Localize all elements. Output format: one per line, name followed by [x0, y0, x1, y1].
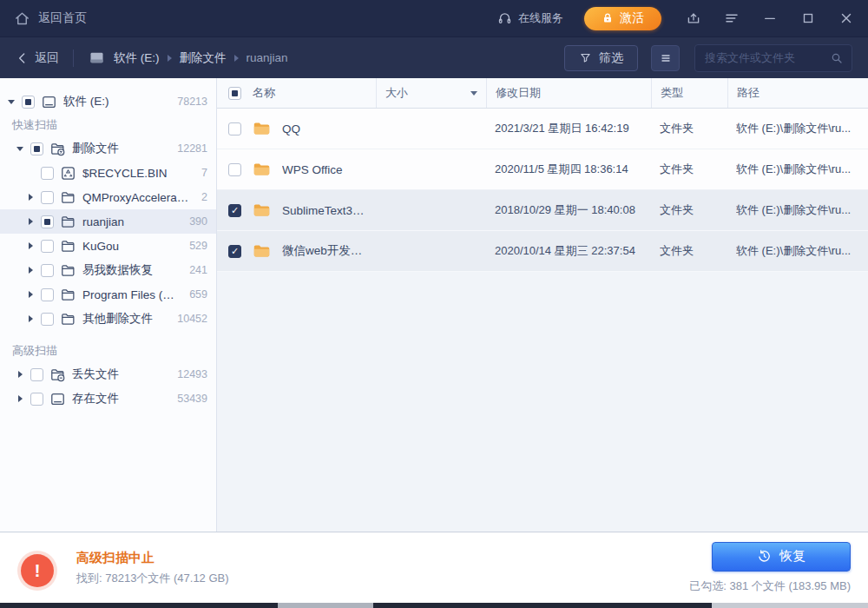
title-bar: 返回首页 在线服务 激活 — [0, 0, 868, 36]
view-toggle-button[interactable] — [651, 45, 680, 71]
sidebar-item[interactable]: 易我数据恢复241 — [0, 258, 216, 282]
sort-caret-icon[interactable] — [470, 91, 477, 96]
tree-checkbox[interactable] — [41, 215, 54, 228]
sidebar-section-label: 快速扫描 — [0, 114, 216, 136]
tree-item-label: 删除文件 — [72, 141, 119, 156]
tree-item-count: 53439 — [172, 393, 207, 405]
search-input[interactable] — [705, 51, 830, 64]
toolbar-divider — [73, 50, 74, 67]
row-checkbox[interactable] — [228, 163, 241, 176]
breadcrumb-item-current[interactable]: ruanjian — [247, 51, 288, 64]
tree-checkbox[interactable] — [41, 313, 54, 326]
file-name: 微信web开发者... — [282, 243, 367, 259]
tree-checkbox[interactable] — [30, 368, 43, 381]
funnel-icon — [579, 51, 592, 64]
tree-item-count: 7 — [196, 167, 207, 179]
expand-arrow-icon[interactable] — [27, 267, 35, 274]
sidebar-item[interactable]: 删除文件12281 — [0, 136, 216, 161]
sidebar-item[interactable]: 存在文件53439 — [0, 387, 216, 411]
tree-item-label: QMProxyAccelerator — [82, 191, 190, 204]
file-name: WPS Office — [282, 163, 343, 176]
expand-arrow-icon[interactable] — [27, 291, 35, 299]
restore-icon — [757, 549, 772, 564]
cell-type-text: 文件夹 — [660, 202, 694, 218]
cell-name: SublimeText3_ha — [217, 190, 376, 230]
tree-item-label: ruanjian — [82, 215, 124, 228]
tree-checkbox[interactable] — [41, 264, 54, 277]
titlebar-right: 在线服务 激活 — [497, 7, 854, 30]
select-all-checkbox[interactable] — [228, 87, 241, 100]
cell-date-text: 2020/10/14 星期三 22:37:54 — [495, 243, 635, 259]
cell-name: WPS Office — [217, 149, 376, 189]
folder-icon — [251, 160, 273, 179]
expand-arrow-icon[interactable] — [27, 218, 35, 226]
tree-checkbox[interactable] — [22, 96, 35, 109]
table-rows: QQ2021/3/21 星期日 16:42:19文件夹软件 (E:)\删除文件\… — [217, 109, 868, 532]
tree-item-label: 软件 (E:) — [63, 94, 109, 109]
filter-button[interactable]: 筛选 — [564, 45, 638, 71]
tree-item-count: 659 — [184, 288, 207, 301]
sidebar-item[interactable]: ruanjian390 — [0, 209, 216, 234]
online-service-label: 在线服务 — [518, 10, 563, 26]
online-service-button[interactable]: 在线服务 — [497, 10, 563, 26]
column-header-size[interactable]: 大小 — [376, 78, 486, 108]
tree-checkbox[interactable] — [41, 240, 54, 253]
table-row[interactable]: QQ2021/3/21 星期日 16:42:19文件夹软件 (E:)\删除文件\… — [217, 109, 868, 149]
sidebar-item[interactable]: 其他删除文件10452 — [0, 307, 216, 331]
tree-checkbox[interactable] — [41, 167, 54, 180]
expand-arrow-icon[interactable] — [27, 194, 35, 202]
expand-arrow-icon[interactable] — [16, 395, 24, 403]
breadcrumb-item-deleted-files[interactable]: 删除文件 — [180, 50, 227, 66]
cell-path: 软件 (E:)\删除文件\ru... — [727, 109, 868, 149]
sidebar-item[interactable]: 丢失文件12493 — [0, 362, 216, 387]
tree-checkbox[interactable] — [30, 142, 43, 155]
sidebar-item[interactable]: QMProxyAccelerator2 — [0, 185, 216, 209]
tree-checkbox[interactable] — [30, 393, 43, 406]
column-header-type[interactable]: 类型 — [651, 78, 727, 108]
table-row[interactable]: WPS Office2020/11/5 星期四 18:36:14文件夹软件 (E… — [217, 149, 868, 190]
scan-status: 高级扫描中止 找到: 78213个文件 (47.12 GB) — [76, 550, 229, 586]
table-row[interactable]: 微信web开发者...2020/10/14 星期三 22:37:54文件夹软件 … — [217, 231, 868, 272]
tree-checkbox[interactable] — [41, 288, 54, 301]
recover-button[interactable]: 恢复 — [712, 542, 851, 572]
expand-arrow-icon[interactable] — [27, 242, 35, 250]
tree-item-label: KuGou — [82, 240, 119, 253]
tree-item-count: 12281 — [172, 142, 207, 155]
column-header-path[interactable]: 路径 — [727, 78, 868, 108]
recycle-icon — [60, 165, 76, 182]
home-label: 返回首页 — [38, 10, 87, 26]
sidebar-item[interactable]: Program Files (x...659 — [0, 282, 216, 307]
menu-icon[interactable] — [724, 10, 740, 26]
column-header-date[interactable]: 修改日期 — [486, 78, 651, 108]
column-header-name[interactable]: 名称 — [217, 78, 376, 108]
tree-item-label: 其他删除文件 — [82, 311, 153, 327]
search-icon[interactable] — [830, 51, 844, 65]
minimize-button[interactable] — [762, 10, 778, 26]
cell-type: 文件夹 — [651, 149, 727, 189]
tree-checkbox[interactable] — [41, 191, 54, 204]
close-button[interactable] — [838, 10, 854, 26]
row-checkbox[interactable] — [228, 204, 241, 217]
row-checkbox[interactable] — [228, 122, 241, 135]
cell-date-text: 2020/11/5 星期四 18:36:14 — [495, 162, 628, 177]
upgrade-icon[interactable] — [686, 10, 701, 26]
drive-icon — [88, 49, 106, 67]
folder-icon — [60, 238, 76, 254]
sidebar-item[interactable]: 软件 (E:)78213 — [0, 89, 216, 114]
breadcrumb-item-drive[interactable]: 软件 (E:) — [114, 50, 160, 66]
row-checkbox[interactable] — [228, 245, 241, 258]
sidebar-item[interactable]: $RECYCLE.BIN7 — [0, 161, 216, 185]
back-button[interactable]: 返回 — [16, 50, 59, 66]
expand-arrow-icon[interactable] — [8, 98, 16, 106]
cell-date-text: 2018/10/29 星期一 18:40:08 — [495, 202, 635, 218]
arrow-spacer — [27, 169, 35, 177]
sidebar-item[interactable]: KuGou529 — [0, 234, 216, 258]
activate-button[interactable]: 激活 — [584, 7, 661, 30]
expand-arrow-icon[interactable] — [16, 371, 24, 379]
maximize-button[interactable] — [800, 10, 816, 26]
table-row[interactable]: SublimeText3_ha2018/10/29 星期一 18:40:08文件… — [217, 190, 868, 231]
expand-arrow-icon[interactable] — [16, 145, 24, 153]
expand-arrow-icon[interactable] — [27, 315, 35, 323]
home-button[interactable]: 返回首页 — [14, 10, 87, 27]
selected-summary: 已勾选: 381 个文件 (183.95 MB) — [689, 578, 851, 594]
